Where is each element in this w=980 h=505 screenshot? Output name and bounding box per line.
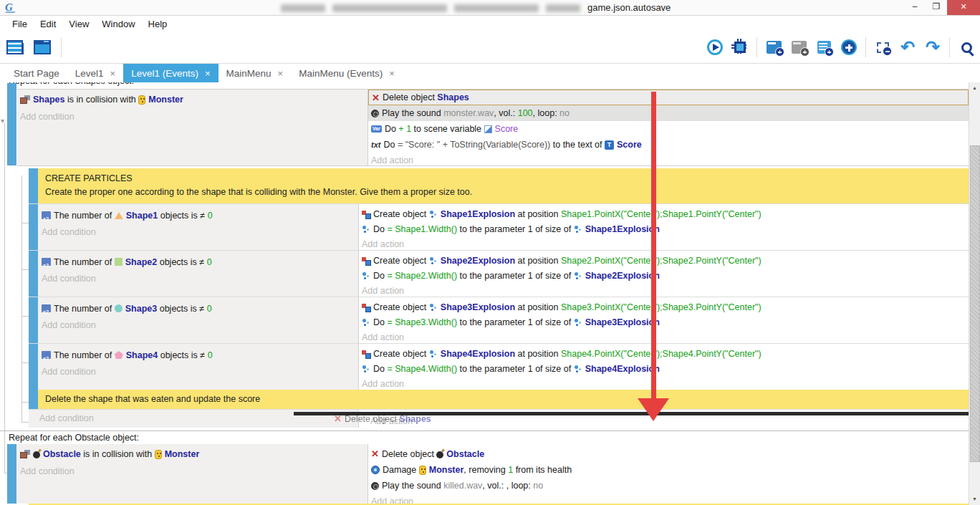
event2-actions: ✕ Delete object Obstacle Damage Monster … (368, 444, 969, 504)
add-other-event-button[interactable] (838, 37, 860, 58)
event-left-bar[interactable] (7, 83, 16, 165)
add-sub-event-icon (792, 41, 807, 54)
action-row-create-object[interactable]: Create object Shape4Explosion at positio… (362, 346, 969, 361)
debug-button[interactable] (729, 37, 751, 58)
action-row-play-sound[interactable]: Play the sound monster.wav , vol.: 100 ,… (368, 105, 969, 121)
shape-object-icon (115, 212, 123, 219)
menu-item-view[interactable]: View (62, 16, 95, 32)
add-action-link[interactable]: Add action (362, 236, 969, 251)
action-row-create-object[interactable]: Create object Shape2Explosion at positio… (362, 253, 969, 268)
shape-events-host: The number of Shape1 objects is ≠ 0 Add … (29, 203, 969, 390)
menu-item-edit[interactable]: Edit (34, 16, 62, 32)
remove-event-icon (877, 42, 889, 53)
add-condition-link[interactable]: Add condition (42, 364, 358, 379)
add-event-button[interactable] (763, 37, 784, 58)
particle-object-icon (574, 225, 582, 234)
add-condition-link[interactable]: Add condition (20, 110, 368, 124)
comment-delete-shape[interactable]: Delete the shape that was eaten and upda… (29, 390, 969, 409)
action-row-damage-monster[interactable]: Damage Monster , removing 1 from its hea… (371, 462, 969, 478)
particle-object-icon (429, 350, 438, 358)
redo-button[interactable]: ↷ (922, 37, 943, 58)
menu-item-file[interactable]: File (6, 16, 34, 32)
add-condition-link[interactable]: Add condition (42, 317, 358, 332)
minimize-button[interactable]: – (904, 0, 926, 15)
add-action-link[interactable]: Add action (368, 153, 969, 168)
add-action-link[interactable]: Add action (362, 330, 969, 345)
condition-row[interactable]: Obstacle is in collision with Monster (20, 447, 368, 461)
close-tab-icon[interactable]: × (110, 68, 116, 79)
action-row-set-size[interactable]: Do = Shape1.Width() to the parameter 1 o… (362, 221, 969, 236)
remove-event-button[interactable] (872, 37, 893, 58)
add-condition-link[interactable]: Add condition (20, 464, 368, 478)
shape-event[interactable]: The number of Shape2 objects is ≠ 0 Add … (29, 250, 969, 297)
add-sub-event-button[interactable] (788, 37, 810, 58)
search-button[interactable] (956, 37, 977, 58)
condition-row[interactable]: The number of Shape1 objects is ≠ 0 (42, 208, 358, 223)
preview-button[interactable] (704, 37, 726, 58)
restore-button[interactable]: ❐ (926, 0, 947, 15)
close-tab-icon[interactable]: × (278, 68, 284, 79)
comment-create-particles[interactable]: CREATE PARTICLES Create the proper one a… (29, 168, 969, 203)
tab-start-page[interactable]: Start Page (6, 64, 67, 82)
add-condition-link[interactable]: Add condition (39, 413, 94, 423)
condition-row[interactable]: Shapes is in collision with Monster (20, 92, 368, 107)
condition-row[interactable]: The number of Shape4 objects is ≠ 0 (42, 347, 358, 362)
shape-event-conditions: The number of Shape2 objects is ≠ 0 Add … (29, 251, 358, 297)
toolbar: ↶ ↷ (0, 32, 980, 64)
project-manager-button[interactable] (4, 37, 26, 58)
particle-object-icon (429, 256, 438, 265)
event-left-bar (29, 297, 38, 343)
action-row-create-object[interactable]: Create object Shape3Explosion at positio… (362, 299, 969, 314)
event-left-bar (29, 204, 38, 250)
shape-event[interactable]: The number of Shape4 objects is ≠ 0 Add … (29, 343, 969, 390)
close-tab-icon[interactable]: × (205, 68, 211, 79)
text-action-icon: txt (371, 140, 380, 149)
shape-event[interactable]: The number of Shape3 objects is ≠ 0 Add … (29, 297, 969, 343)
tree-connector (21, 223, 29, 223)
shape-event-actions: Create object Shape1Explosion at positio… (358, 204, 969, 250)
shape-object-icon (115, 304, 123, 312)
toolbar-separator (865, 37, 866, 57)
action-row-delete-shapes[interactable]: ✕ Delete object Shapes (368, 90, 969, 105)
damage-icon (371, 466, 380, 474)
condition-row[interactable]: The number of Shape3 objects is ≠ 0 (42, 301, 358, 316)
action-row-set-size[interactable]: Do = Shape3.Width() to the parameter 1 o… (362, 314, 969, 330)
scrollbar-thumb[interactable] (970, 145, 980, 462)
tab-level1[interactable]: Level1× (67, 64, 123, 82)
event-left-bar[interactable] (7, 444, 16, 504)
action-row-set-size[interactable]: Do = Shape2.Width() to the parameter 1 o… (362, 268, 969, 283)
menu-item-window[interactable]: Window (95, 16, 141, 32)
close-tab-icon[interactable]: × (389, 68, 395, 79)
add-condition-link[interactable]: Add condition (42, 224, 358, 239)
shape-event-actions: Create object Shape4Explosion at positio… (358, 344, 969, 390)
action-row-scene-variable[interactable]: Var Do + 1 to scene variable Score (368, 121, 969, 137)
undo-button[interactable]: ↶ (897, 37, 918, 58)
action-row-play-sound[interactable]: Play the sound killed.wav , vol.: , loop… (371, 478, 969, 494)
tab-mainmenu-events[interactable]: MainMenu (Events)× (291, 64, 403, 82)
particle-object-icon (574, 365, 582, 373)
scrollbar-up-button[interactable]: ▲ (969, 82, 980, 94)
condition-row[interactable]: The number of Shape2 objects is ≠ 0 (42, 254, 358, 269)
action-row-set-size[interactable]: Do = Shape4.Width() to the parameter 1 o… (362, 361, 969, 376)
event2-header[interactable]: Repeat for each Obstacle object: (0, 431, 969, 444)
menu-item-help[interactable]: Help (142, 16, 174, 32)
tree-connector (21, 422, 29, 423)
scene-editor-button[interactable] (32, 37, 53, 58)
shape-event[interactable]: The number of Shape1 objects is ≠ 0 Add … (29, 203, 969, 250)
add-condition-link[interactable]: Add condition (42, 271, 358, 286)
tab-mainmenu[interactable]: MainMenu× (218, 64, 292, 82)
window-title-text: game.json.autosave (587, 2, 671, 13)
action-row-text-object[interactable]: txt Do = "Score: " + ToString(Variable(S… (368, 137, 969, 153)
action-row-create-object[interactable]: Create object Shape1Explosion at positio… (362, 206, 969, 221)
scene-editor-icon (34, 40, 51, 54)
search-icon (961, 42, 972, 53)
add-action-link[interactable]: Add action (362, 376, 969, 391)
add-action-link[interactable]: Add action (362, 283, 969, 298)
add-comment-button[interactable] (813, 37, 835, 58)
scrollbar-down-button[interactable]: ▼ (969, 494, 980, 505)
action-row-delete-obstacle[interactable]: ✕ Delete object Obstacle (371, 446, 969, 462)
particle-object-icon (429, 210, 438, 218)
close-button[interactable]: ✕ (947, 0, 980, 15)
tree-connector (21, 269, 29, 270)
tab-level1-events[interactable]: Level1 (Events)× (123, 64, 218, 82)
